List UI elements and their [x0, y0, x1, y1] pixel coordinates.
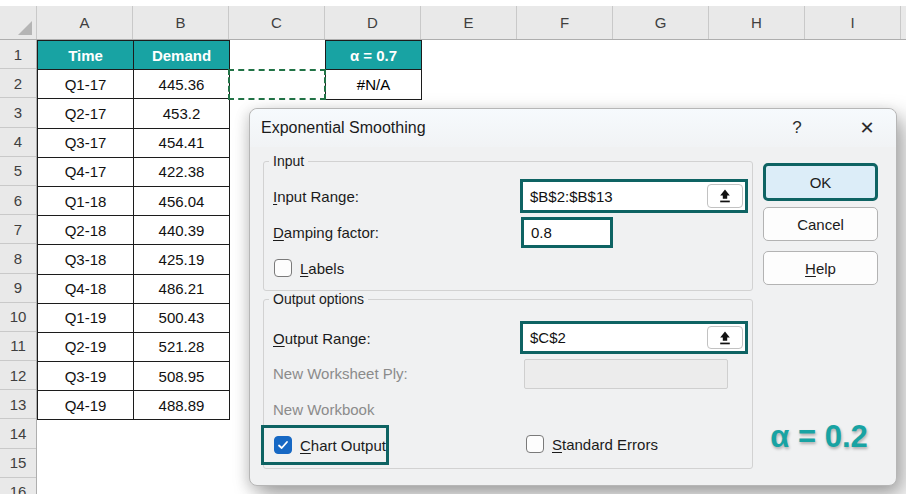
demand-cell[interactable]: 454.41 — [134, 129, 230, 158]
standard-errors-label: Standard Errors — [552, 436, 658, 453]
demand-cell[interactable]: 422.38 — [134, 158, 230, 187]
input-range-field[interactable]: $B$2:$B$13 — [520, 179, 748, 213]
new-worksheet-ply-label: New Worksheet Ply: — [273, 365, 408, 382]
column-header-B[interactable]: B — [133, 6, 229, 39]
row-header-11[interactable]: 11 — [0, 332, 36, 361]
row-header-6[interactable]: 6 — [0, 186, 36, 215]
demand-cell[interactable]: 486.21 — [134, 275, 230, 304]
column-header-C[interactable]: C — [229, 6, 325, 39]
demand-cell[interactable]: 500.43 — [134, 304, 230, 333]
time-cell[interactable]: Q1-18 — [38, 187, 134, 216]
demand-cell[interactable]: 456.04 — [134, 187, 230, 216]
input-range-label: Input Range: — [273, 188, 359, 205]
damping-factor-label: Damping factor: — [273, 224, 379, 241]
help-icon[interactable]: ? — [784, 115, 810, 141]
chart-output-focus-rect: Chart Output — [261, 425, 389, 465]
standard-errors-checkbox[interactable] — [526, 435, 544, 453]
row-header-16[interactable]: 16 — [0, 478, 36, 494]
demand-cell[interactable]: 425.19 — [134, 245, 230, 274]
column-header-F[interactable]: F — [517, 6, 613, 39]
time-cell[interactable]: Q1-19 — [38, 304, 134, 333]
demand-cell[interactable]: 440.39 — [134, 216, 230, 245]
row-header-2[interactable]: 2 — [0, 69, 36, 98]
time-cell[interactable]: Q4-18 — [38, 275, 134, 304]
time-cell[interactable]: Q3-19 — [38, 362, 134, 391]
column-header-H[interactable]: H — [709, 6, 805, 39]
row-header-1[interactable]: 1 — [0, 40, 36, 69]
demand-cell[interactable]: 453.2 — [134, 99, 230, 128]
demand-cell[interactable]: 445.36 — [134, 70, 230, 99]
collapse-dialog-icon — [718, 331, 732, 345]
time-header-cell[interactable]: Time — [38, 41, 134, 70]
chart-output-label: Chart Output — [300, 437, 386, 454]
labels-label: Labels — [300, 260, 344, 277]
row-header-12[interactable]: 12 — [0, 361, 36, 390]
row-header-14[interactable]: 14 — [0, 419, 36, 448]
na-cell[interactable]: #N/A — [326, 70, 421, 99]
excel-screen: ABCDEFGHI 12345678910111213141516 TimeDe… — [0, 0, 906, 494]
exponential-smoothing-dialog: Exponential Smoothing ? ✕ Input Input Ra… — [249, 108, 897, 486]
output-options-legend: Output options — [269, 291, 368, 307]
time-cell[interactable]: Q1-17 — [38, 70, 134, 99]
row-header-4[interactable]: 4 — [0, 128, 36, 157]
dialog-titlebar[interactable]: Exponential Smoothing ? ✕ — [250, 109, 896, 147]
row-header-column: 12345678910111213141516 — [0, 40, 37, 494]
chart-output-checkbox[interactable] — [274, 436, 292, 454]
dialog-title: Exponential Smoothing — [261, 109, 426, 147]
demand-cell[interactable]: 521.28 — [134, 333, 230, 362]
select-all-triangle-icon — [18, 21, 32, 35]
column-header-D[interactable]: D — [325, 6, 421, 39]
time-cell[interactable]: Q4-19 — [38, 391, 134, 420]
time-cell[interactable]: Q2-17 — [38, 99, 134, 128]
close-icon[interactable]: ✕ — [854, 115, 880, 141]
time-cell[interactable]: Q2-19 — [38, 333, 134, 362]
row-header-7[interactable]: 7 — [0, 215, 36, 244]
labels-checkbox[interactable] — [274, 259, 292, 277]
input-group-legend: Input — [269, 153, 308, 169]
row-header-13[interactable]: 13 — [0, 390, 36, 419]
time-cell[interactable]: Q4-17 — [38, 158, 134, 187]
alpha-02-annotation: α = 0.2 — [748, 419, 890, 455]
damping-factor-field[interactable]: 0.8 — [521, 217, 613, 248]
column-header-E[interactable]: E — [421, 6, 517, 39]
time-cell[interactable]: Q2-18 — [38, 216, 134, 245]
column-header-I[interactable]: I — [805, 6, 901, 39]
input-range-value: $B$2:$B$13 — [523, 188, 613, 205]
output-range-label: Output Range: — [273, 330, 371, 347]
alpha-07-header-cell[interactable]: α = 0.7 — [326, 41, 421, 70]
time-cell[interactable]: Q3-18 — [38, 245, 134, 274]
time-demand-table: TimeDemandQ1-17445.36Q2-17453.2Q3-17454.… — [37, 40, 230, 420]
select-all-corner[interactable] — [0, 6, 37, 39]
demand-cell[interactable]: 508.95 — [134, 362, 230, 391]
output-range-selection-ants[interactable] — [228, 69, 326, 100]
row-header-3[interactable]: 3 — [0, 98, 36, 127]
row-header-5[interactable]: 5 — [0, 157, 36, 186]
output-range-value: $C$2 — [523, 329, 566, 346]
column-header-row: ABCDEFGHI — [0, 6, 906, 40]
alpha-07-column: α = 0.7 #N/A — [325, 40, 422, 100]
time-cell[interactable]: Q3-17 — [38, 129, 134, 158]
range-picker-button[interactable] — [707, 184, 743, 208]
new-workbook-label: New Workbook — [273, 401, 374, 418]
column-header-G[interactable]: G — [613, 6, 709, 39]
demand-cell[interactable]: 488.89 — [134, 391, 230, 420]
cancel-button[interactable]: Cancel — [763, 207, 878, 241]
column-header-A[interactable]: A — [37, 6, 133, 39]
range-picker-button[interactable] — [707, 326, 743, 349]
new-worksheet-ply-field — [524, 359, 728, 389]
row-header-15[interactable]: 15 — [0, 449, 36, 478]
output-range-field[interactable]: $C$2 — [520, 321, 748, 354]
checkmark-icon — [277, 439, 289, 451]
row-header-10[interactable]: 10 — [0, 303, 36, 332]
ok-button[interactable]: OK — [763, 163, 878, 201]
damping-factor-value: 0.8 — [524, 224, 552, 241]
collapse-dialog-icon — [718, 189, 732, 203]
demand-header-cell[interactable]: Demand — [134, 41, 230, 70]
row-header-9[interactable]: 9 — [0, 274, 36, 303]
help-button[interactable]: Help — [763, 251, 878, 285]
row-header-8[interactable]: 8 — [0, 244, 36, 273]
